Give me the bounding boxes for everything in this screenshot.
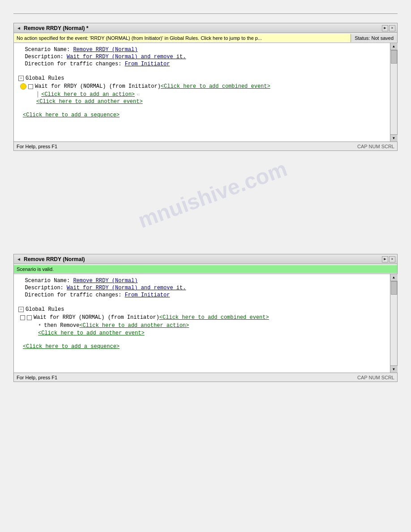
status-bar-2: Scenario is valid.: [14, 264, 397, 274]
scenario-name-line-2: Scenario Name: Remove RRDY (Normal): [18, 278, 385, 284]
scenario-name-link-1[interactable]: Remove RRDY (Normal): [73, 47, 137, 53]
top-divider: [13, 13, 398, 14]
scrollbar-track-1[interactable]: [390, 50, 397, 134]
scenario-name-link-2[interactable]: Remove RRDY (Normal): [73, 278, 137, 284]
add-sequence-link-1[interactable]: <Click here to add a sequence>: [23, 112, 120, 118]
add-combined-event-link-1[interactable]: <Click here to add combined event>: [161, 83, 270, 90]
status-bar-1: No action specified for the event: 'RRDY…: [14, 33, 397, 43]
scrollbar-up-2[interactable]: ▲: [390, 274, 398, 281]
add-action-link-1[interactable]: <Click here to add an action>: [41, 91, 135, 98]
panel-title-2: Remove RRDY (Normal): [22, 256, 382, 262]
panel-content-2: Scenario Name: Remove RRDY (Normal) Desc…: [14, 274, 397, 373]
add-another-action-link[interactable]: <Click here to add another action>: [79, 322, 189, 329]
titlebar-2: ◀ Remove RRDY (Normal) ▶ ✕: [14, 254, 397, 264]
expand-icon-2[interactable]: −: [18, 307, 24, 312]
wait-row-1: Wait for RRDY (NORMAL) (from Initiator) …: [18, 83, 385, 90]
panel-2: ◀ Remove RRDY (Normal) ▶ ✕ Scenario is v…: [13, 254, 398, 382]
scrollbar-1: ▲ ▼: [390, 43, 397, 142]
panel-collapse-arrow-1[interactable]: ◀: [16, 25, 22, 31]
yellow-circle-1: [20, 83, 26, 90]
indicators-2: CAP NUM SCRL: [357, 375, 394, 380]
panel-expand-btn-1[interactable]: ▶: [382, 25, 388, 31]
help-text-1: For Help, press F1: [17, 144, 357, 149]
then-remove-row: • then Remove <Click here to add another…: [18, 322, 385, 329]
add-sequence-row-2: <Click here to add a sequence>: [18, 343, 385, 350]
expand-icon-1[interactable]: −: [18, 76, 24, 81]
scrollbar-thumb-2[interactable]: [391, 281, 397, 295]
status-message-2: Scenario is valid.: [14, 265, 397, 273]
scrollbar-thumb-1[interactable]: [391, 50, 397, 64]
panel-main-2: Scenario Name: Remove RRDY (Normal) Desc…: [14, 274, 390, 373]
bottom-statusbar-2: For Help, press F1 CAP NUM SCRL: [14, 373, 397, 382]
scrollbar-down-2[interactable]: ▼: [390, 365, 398, 373]
panel-title-1: Remove RRDY (Normal) *: [22, 25, 382, 31]
add-another-event-link-1[interactable]: <Click here to add another event>: [36, 99, 143, 105]
description-line-1: Description: Wait for RRDY (Normal) and …: [18, 54, 385, 60]
panel-main-1: Scenario Name: Remove RRDY (Normal) Desc…: [14, 43, 390, 142]
status-message-1[interactable]: No action specified for the event: 'RRDY…: [14, 34, 351, 42]
add-combined-event-link-2[interactable]: <Click here to add combined event>: [159, 314, 269, 321]
spacer-4: [18, 340, 385, 343]
panel-close-btn-2[interactable]: ✕: [389, 256, 395, 262]
direction-link-2[interactable]: From Initiator: [125, 292, 170, 298]
cursor-indicator: ☜: [137, 92, 140, 98]
checkbox-2b[interactable]: [27, 315, 32, 320]
description-line-2: Description: Wait for RRDY (Normal) and …: [18, 285, 385, 291]
description-link-2[interactable]: Wait for RRDY (Normal) and remove it.: [67, 285, 186, 291]
direction-line-1: Direction for traffic changes: From Init…: [18, 61, 385, 67]
panel-1: ◀ Remove RRDY (Normal) * ▶ ✕ No action s…: [13, 23, 398, 151]
titlebar-controls-2: ▶ ✕: [382, 256, 395, 262]
panel-expand-btn-2[interactable]: ▶: [382, 256, 388, 262]
global-rules-label-2: Global Rules: [26, 306, 64, 313]
global-rules-header-1: − Global Rules: [18, 75, 385, 82]
scrollbar-down-1[interactable]: ▼: [390, 134, 398, 142]
titlebar-controls-1: ▶ ✕: [382, 25, 395, 31]
add-action-row-1: │ <Click here to add an action> ☜: [18, 91, 385, 98]
direction-link-1[interactable]: From Initiator: [125, 61, 170, 67]
add-another-event-row-2: <Click here to add another event>: [18, 330, 385, 336]
scenario-name-line-1: Scenario Name: Remove RRDY (Normal): [18, 47, 385, 53]
indicators-1: CAP NUM SCRL: [357, 144, 394, 149]
wait-row-2: Wait for RRDY (NORMAL) (from Initiator) …: [18, 314, 385, 321]
scrollbar-track-2[interactable]: [390, 281, 397, 365]
panel-collapse-arrow-2[interactable]: ◀: [16, 256, 22, 262]
description-link-1[interactable]: Wait for RRDY (Normal) and remove it.: [67, 54, 186, 60]
direction-line-2: Direction for traffic changes: From Init…: [18, 292, 385, 298]
help-text-2: For Help, press F1: [17, 375, 357, 380]
checkbox-1[interactable]: [28, 84, 33, 89]
global-rules-label-1: Global Rules: [26, 75, 64, 82]
titlebar-1: ◀ Remove RRDY (Normal) * ▶ ✕: [14, 23, 397, 33]
add-sequence-link-2[interactable]: <Click here to add a sequence>: [23, 343, 120, 350]
watermark-area: mnuishive.com: [0, 160, 411, 249]
global-rules-header-2: − Global Rules: [18, 306, 385, 313]
spacer-1: [18, 68, 385, 72]
bottom-statusbar-1: For Help, press F1 CAP NUM SCRL: [14, 142, 397, 150]
spacer-2: [18, 108, 385, 112]
scrollbar-2: ▲ ▼: [390, 274, 397, 373]
scrollbar-up-1[interactable]: ▲: [390, 43, 398, 50]
status-label-1: Status: Not saved: [351, 34, 397, 42]
checkbox-2a[interactable]: [20, 315, 25, 320]
panel-spacer: mnuishive.com: [0, 160, 411, 249]
spacer-3: [18, 299, 385, 303]
panel-close-btn-1[interactable]: ✕: [389, 25, 395, 31]
add-sequence-row-1: <Click here to add a sequence>: [18, 112, 385, 118]
add-another-event-row-1: <Click here to add another event>: [18, 99, 385, 105]
add-another-event-link-2[interactable]: <Click here to add another event>: [38, 330, 145, 336]
panel-content-1: Scenario Name: Remove RRDY (Normal) Desc…: [14, 43, 397, 142]
watermark: mnuishive.com: [135, 160, 290, 233]
